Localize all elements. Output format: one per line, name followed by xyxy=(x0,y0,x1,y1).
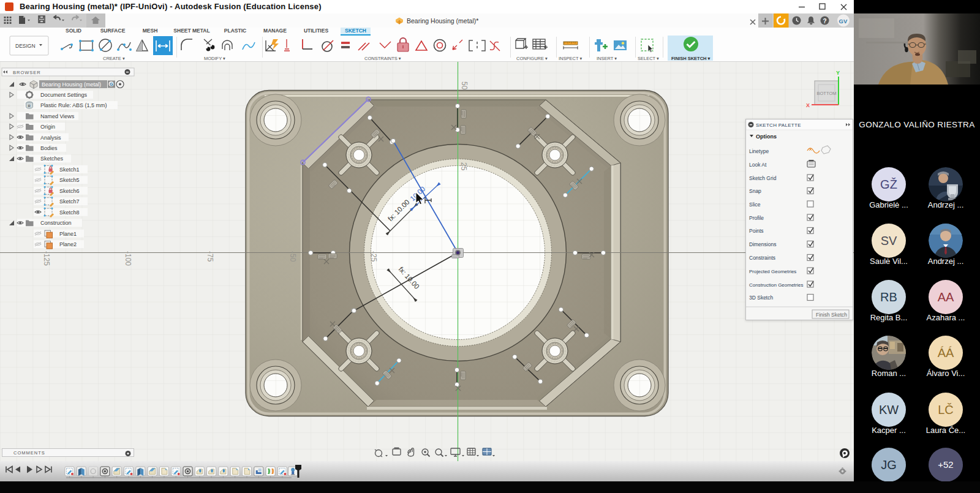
svg-text:BOTTOM: BOTTOM xyxy=(817,91,837,96)
svg-text:50: 50 xyxy=(460,81,469,90)
svg-text:Sketch8: Sketch8 xyxy=(59,209,80,216)
svg-text:Slice: Slice xyxy=(749,201,761,208)
svg-text:Constraints: Constraints xyxy=(749,255,775,261)
svg-text:Sketch1: Sketch1 xyxy=(59,167,80,173)
svg-text:Dimensions: Dimensions xyxy=(749,241,776,247)
svg-text:Plastic Rule: ABS (1,5 mm): Plastic Rule: ABS (1,5 mm) xyxy=(40,102,107,108)
svg-text:Snap: Snap xyxy=(749,188,761,194)
svg-text:Origin: Origin xyxy=(40,124,55,130)
svg-text:Options: Options xyxy=(756,134,777,140)
svg-text:-50: -50 xyxy=(288,251,297,262)
svg-text:Sketch5: Sketch5 xyxy=(59,177,80,183)
svg-text:Document Settings: Document Settings xyxy=(40,92,88,98)
svg-text:DESIGN: DESIGN xyxy=(15,43,36,49)
svg-text:BROWSER: BROWSER xyxy=(13,70,41,75)
svg-text:3D Sketch: 3D Sketch xyxy=(749,295,773,301)
svg-text:GV: GV xyxy=(839,18,848,24)
svg-text:Points: Points xyxy=(749,228,764,234)
svg-text:Sketch7: Sketch7 xyxy=(59,198,80,205)
svg-text:Plane1: Plane1 xyxy=(59,231,77,237)
svg-text:?: ? xyxy=(823,18,827,24)
svg-text:Y: Y xyxy=(836,70,840,76)
svg-text:Finish Sketch: Finish Sketch xyxy=(816,312,847,318)
svg-text:R: R xyxy=(28,104,31,108)
svg-text:-75: -75 xyxy=(206,251,214,262)
svg-text:Look At: Look At xyxy=(749,162,767,168)
svg-text:25: 25 xyxy=(459,162,468,171)
svg-text:Bodies: Bodies xyxy=(40,145,58,151)
svg-text:Projected Geometries: Projected Geometries xyxy=(749,269,796,274)
svg-text:Named Views: Named Views xyxy=(40,113,75,119)
svg-text:SKETCH PALETTE: SKETCH PALETTE xyxy=(756,122,801,128)
svg-text:-25: -25 xyxy=(369,251,378,262)
svg-text:Plane2: Plane2 xyxy=(59,241,77,247)
svg-text:Construction: Construction xyxy=(40,220,72,226)
svg-text:Profile: Profile xyxy=(749,215,764,221)
svg-text:Sketch6: Sketch6 xyxy=(59,188,80,194)
svg-text:Bearing Housing (metal): Bearing Housing (metal) xyxy=(42,81,101,88)
svg-text:X: X xyxy=(806,102,810,108)
svg-text:G: G xyxy=(110,82,113,86)
svg-text:Linetype: Linetype xyxy=(749,148,769,154)
svg-text:Sketch Grid: Sketch Grid xyxy=(749,175,777,181)
svg-text:Analysis: Analysis xyxy=(40,135,61,141)
svg-text:Bearing Housing (metal)*: Bearing Housing (metal)* xyxy=(407,17,478,24)
svg-text:Construction Geometries: Construction Geometries xyxy=(749,282,803,288)
svg-text:Sketches: Sketches xyxy=(40,156,64,162)
